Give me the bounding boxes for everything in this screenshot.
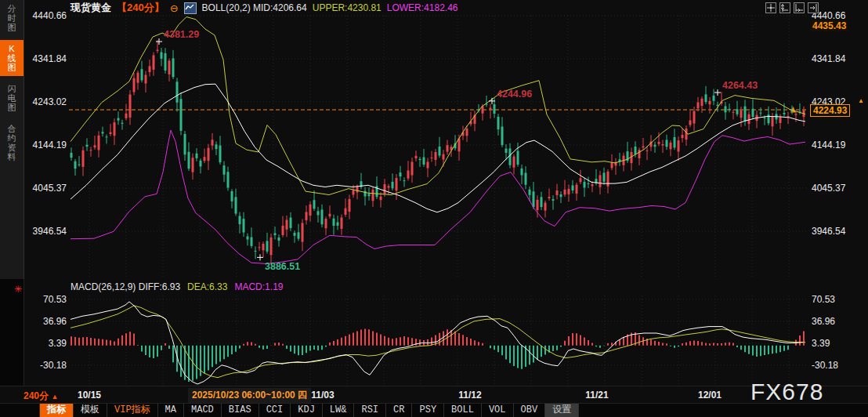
axis-tick-label: 4440.66: [812, 10, 860, 21]
toolbar-item-psy[interactable]: PSY: [412, 404, 444, 417]
timeframe-selector[interactable]: 240分 ▲: [24, 390, 58, 403]
axis-tick-label: 4045.37: [812, 183, 860, 194]
x-axis-label: 10/15: [66, 390, 113, 401]
y-axis-scale-button[interactable]: [779, 2, 790, 13]
macd-name: MACD(26,12,9) DIFF:6.93: [71, 281, 180, 292]
chart-toolbox: [765, 2, 819, 13]
pan-right-icon: [809, 4, 817, 12]
grid: [69, 16, 808, 385]
axis-tick-label: 70.53: [812, 294, 860, 305]
sidebar-tab-label: 合约资料: [7, 124, 16, 161]
toolbar-item-vip-indicators[interactable]: VIP指标: [107, 404, 158, 417]
axis-tick-label: 36.96: [812, 316, 860, 327]
x-axis-label: 11/21: [573, 390, 620, 401]
sidebar-tab-contract-info[interactable]: 合约资料: [0, 120, 24, 165]
toolbar-item-templates[interactable]: 模板: [74, 404, 107, 417]
svg-text:4264.43: 4264.43: [722, 80, 758, 91]
axis-tick-label: -30.18: [812, 360, 860, 371]
axis-tick-label: 3.39: [812, 338, 860, 349]
svg-text:4381.29: 4381.29: [164, 29, 199, 40]
sidebar-tab-label: 分时图: [7, 4, 16, 32]
trading-app-window: 4381.294244.964264.433886.51 分时图 K线图 闪电图…: [0, 0, 868, 417]
crosshair-time-badge: 2025/10/23 06:00~10:00 四: [188, 388, 311, 403]
axis-tick-label: 3946.54: [812, 226, 860, 237]
sidebar-lower-strip: [0, 279, 24, 386]
toolbar-item-bias[interactable]: BIAS: [222, 404, 259, 417]
symbol-title: 现货黄金: [71, 1, 111, 15]
chart-canvas[interactable]: 4381.294244.964264.433886.51: [0, 0, 868, 417]
macd-value: MACD:1.19: [234, 281, 283, 292]
session-high-badge: 4435.43: [811, 20, 848, 31]
toolbar-item-rsi[interactable]: RSI: [354, 404, 386, 417]
sidebar-tab-label: 闪电图: [7, 84, 16, 112]
sidebar-tab-kline-chart[interactable]: K线图: [0, 40, 24, 76]
svg-text:3886.51: 3886.51: [265, 261, 300, 272]
alert-icon[interactable]: ✳: [14, 284, 22, 295]
move-icon: [767, 4, 775, 12]
toolbar-item-indicators[interactable]: 指标: [39, 404, 74, 417]
sidebar: 分时图 K线图 闪电图 合约资料: [0, 0, 24, 279]
x-axis-label: 12/01: [686, 390, 733, 401]
axis-tick-label: 3.39: [24, 338, 67, 349]
chart-type-icon[interactable]: [184, 2, 197, 14]
toolbar-item-boll[interactable]: BOLL: [444, 404, 482, 417]
sidebar-tab-label: K线图: [7, 44, 16, 72]
macd-legend: MACD(26,12,9) DIFF:6.93 DEA:6.33 MACD:1.…: [71, 281, 283, 292]
indicator-toolbar: 指标模板VIP指标MAMACDBIASCCIKDJLW&RSICRPSYBOLL…: [0, 403, 868, 417]
x-axis-label: 11/12: [447, 390, 494, 401]
boll-lower-legend: LOWER:4182.46: [387, 2, 458, 13]
axis-tick-label: 70.53: [24, 294, 67, 305]
toolbar-item-obv[interactable]: OBV: [514, 404, 546, 417]
sidebar-tab-flash-chart[interactable]: 闪电图: [0, 80, 24, 116]
move-tool-button[interactable]: [765, 2, 776, 13]
candlestick-series: [71, 40, 805, 264]
sidebar-tab-time-chart[interactable]: 分时图: [0, 0, 24, 36]
macd-dea-value: DEA:6.33: [187, 281, 227, 292]
price-up-arrow-icon: ▲: [858, 97, 864, 104]
y-axis-scale-icon: [781, 4, 789, 12]
pan-right-button[interactable]: [808, 2, 819, 13]
x-axis-scale-icon: [795, 4, 803, 12]
watermark: FX678: [750, 379, 823, 405]
axis-tick-label: 4045.37: [24, 183, 67, 194]
axis-tick-label: 4341.84: [812, 53, 860, 64]
chart-header: 现货黄金 【240分】 ⊖ BOLL(20,2) MID:4206.64 UPP…: [71, 2, 458, 14]
toolbar-item-cci[interactable]: CCI: [259, 404, 291, 417]
svg-text:4244.96: 4244.96: [497, 89, 532, 100]
x-axis-row: 240分 ▲ 10/1511/0311/1211/2112/01 2025/10…: [0, 386, 868, 403]
period-label: 【240分】: [117, 1, 165, 15]
last-price-badge: 4224.93: [810, 104, 850, 117]
axis-tick-label: 36.96: [24, 316, 67, 327]
toolbar-item-settings[interactable]: 设置: [545, 404, 579, 417]
axis-tick-label: 3946.54: [24, 226, 67, 237]
collapse-indicator-icon[interactable]: ⊖: [170, 2, 179, 14]
axis-tick-label: 4341.84: [24, 53, 67, 64]
axis-tick-label: -30.18: [24, 360, 67, 371]
toolbar-item-ma[interactable]: MA: [158, 404, 184, 417]
toolbar-item-vol[interactable]: VOL: [482, 404, 514, 417]
price-annotation: 4264.43: [714, 80, 758, 96]
macd-histogram: [71, 329, 804, 382]
x-axis-scale-button[interactable]: [794, 2, 805, 13]
boll-legend: BOLL(20,2) MID:4206.64: [202, 2, 307, 13]
boll-upper-legend: UPPER:4230.81: [313, 2, 382, 13]
up-triangle-icon: ▲: [51, 393, 58, 401]
axis-tick-label: 4144.19: [812, 140, 860, 150]
toolbar-item-kdj[interactable]: KDJ: [291, 404, 323, 417]
price-annotation: 4381.29: [156, 29, 199, 45]
toolbar-item-cr[interactable]: CR: [386, 404, 412, 417]
toolbar-item-macd[interactable]: MACD: [184, 404, 222, 417]
axis-tick-label: 4144.19: [24, 140, 67, 150]
toolbar-item-lwr[interactable]: LW&: [323, 404, 355, 417]
axis-tick-label: 4440.66: [24, 10, 67, 21]
axis-tick-label: 4243.02: [24, 96, 67, 107]
